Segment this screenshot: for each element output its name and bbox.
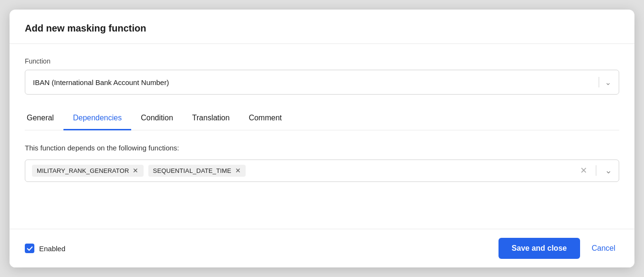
tag-military-rank-generator: MILITARY_RANK_GENERATOR ✕	[32, 165, 144, 177]
dialog-title: Add new masking function	[25, 23, 146, 33]
tab-condition[interactable]: Condition	[131, 108, 183, 130]
tags-input[interactable]: MILITARY_RANK_GENERATOR ✕ SEQUENTIAL_DAT…	[25, 160, 619, 182]
tags-divider	[596, 165, 596, 176]
tag-label: MILITARY_RANK_GENERATOR	[37, 167, 129, 174]
tab-translation[interactable]: Translation	[183, 108, 239, 130]
tab-dependencies[interactable]: Dependencies	[63, 108, 131, 130]
function-select-value: IBAN (International Bank Account Number)	[33, 78, 169, 86]
save-and-close-button[interactable]: Save and close	[499, 238, 581, 259]
tag-remove-button[interactable]: ✕	[235, 167, 241, 174]
enabled-row: Enabled	[25, 244, 65, 253]
dialog: Add new masking function Function IBAN (…	[10, 10, 634, 267]
tag-remove-button[interactable]: ✕	[133, 167, 138, 174]
footer-buttons: Save and close Cancel	[499, 238, 619, 259]
tags-clear-icon[interactable]: ✕	[580, 165, 587, 176]
tabs: General Dependencies Condition Translati…	[25, 108, 619, 130]
cancel-button[interactable]: Cancel	[588, 238, 619, 259]
dependencies-description: This function depends on the following f…	[25, 144, 619, 152]
checkmark-icon	[27, 245, 33, 252]
select-divider	[599, 77, 599, 87]
dialog-body: Function IBAN (International Bank Accoun…	[10, 44, 634, 213]
dialog-footer: Enabled Save and close Cancel	[10, 229, 634, 267]
enabled-label: Enabled	[39, 245, 65, 253]
tab-comment[interactable]: Comment	[239, 108, 291, 130]
tag-label: SEQUENTIAL_DATE_TIME	[153, 167, 231, 174]
chevron-down-icon: ⌄	[605, 78, 611, 87]
tags-chevron-down-icon[interactable]: ⌄	[605, 165, 612, 176]
function-label: Function	[25, 57, 619, 65]
enabled-checkbox[interactable]	[25, 244, 34, 253]
tag-sequential-date-time: SEQUENTIAL_DATE_TIME ✕	[148, 165, 246, 177]
dialog-header: Add new masking function	[10, 10, 634, 44]
tab-general[interactable]: General	[25, 108, 63, 130]
function-select[interactable]: IBAN (International Bank Account Number)…	[25, 70, 619, 95]
